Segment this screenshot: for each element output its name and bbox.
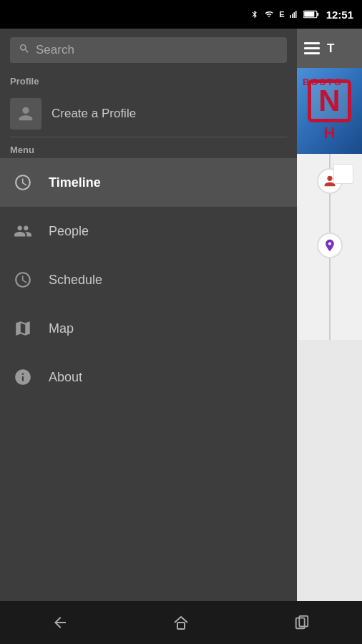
svg-rect-2: [293, 12, 295, 18]
banner-area: BOSTO N H: [297, 68, 362, 154]
svg-rect-3: [295, 11, 297, 18]
right-panel-title: T: [327, 42, 334, 56]
schedule-label: Schedule: [49, 273, 102, 288]
create-profile-item[interactable]: Create a Profile: [0, 91, 297, 137]
timeline-icon: [10, 170, 36, 195]
menu-item-map[interactable]: Map: [0, 304, 297, 353]
hamburger-button[interactable]: [304, 42, 320, 54]
menu-section-header: Menu: [0, 137, 297, 158]
main-container: Search Profile Create a Profile Menu Tim…: [0, 29, 362, 615]
status-bar: E 12:51: [0, 0, 362, 29]
bluetooth-icon: [250, 9, 259, 20]
map-label: Map: [49, 321, 74, 336]
battery-icon: [303, 10, 319, 19]
svg-rect-7: [177, 623, 185, 629]
home-button[interactable]: [160, 607, 202, 638]
right-panel: T BOSTO N H: [297, 29, 362, 615]
drawer: Search Profile Create a Profile Menu Tim…: [0, 29, 297, 615]
search-icon: [19, 43, 30, 57]
timeline-card: [333, 164, 353, 184]
wifi-icon: [263, 10, 275, 19]
avatar: [10, 98, 41, 130]
search-bar[interactable]: Search: [10, 37, 287, 63]
svg-rect-1: [292, 14, 293, 18]
search-placeholder: Search: [36, 43, 74, 57]
back-button[interactable]: [39, 607, 82, 638]
menu-item-people[interactable]: People: [0, 207, 297, 255]
banner-boston-text: BOSTO: [303, 77, 343, 87]
svg-rect-5: [317, 13, 318, 16]
timeline-dot-location: [317, 233, 343, 258]
status-icons: E 12:51: [250, 9, 353, 21]
timeline-label: Timeline: [49, 175, 101, 190]
svg-rect-6: [304, 11, 314, 16]
menu-item-timeline[interactable]: Timeline: [0, 158, 297, 207]
nav-bar: [0, 601, 362, 644]
profile-section-header: Profile: [0, 70, 297, 91]
signal-bars-icon: [289, 10, 299, 19]
create-profile-label: Create a Profile: [52, 107, 136, 121]
schedule-icon: [10, 267, 36, 293]
menu-item-schedule[interactable]: Schedule: [0, 255, 297, 304]
people-label: People: [49, 224, 89, 239]
status-time: 12:51: [326, 9, 353, 21]
map-icon: [10, 316, 36, 341]
people-icon: [10, 218, 36, 244]
about-label: About: [49, 370, 82, 385]
svg-rect-0: [290, 15, 291, 18]
about-icon: [10, 364, 36, 390]
timeline-area: [297, 154, 362, 340]
menu-item-about[interactable]: About: [0, 353, 297, 401]
recents-button[interactable]: [280, 607, 323, 638]
right-topbar: T: [297, 29, 362, 68]
network-type: E: [279, 10, 284, 19]
